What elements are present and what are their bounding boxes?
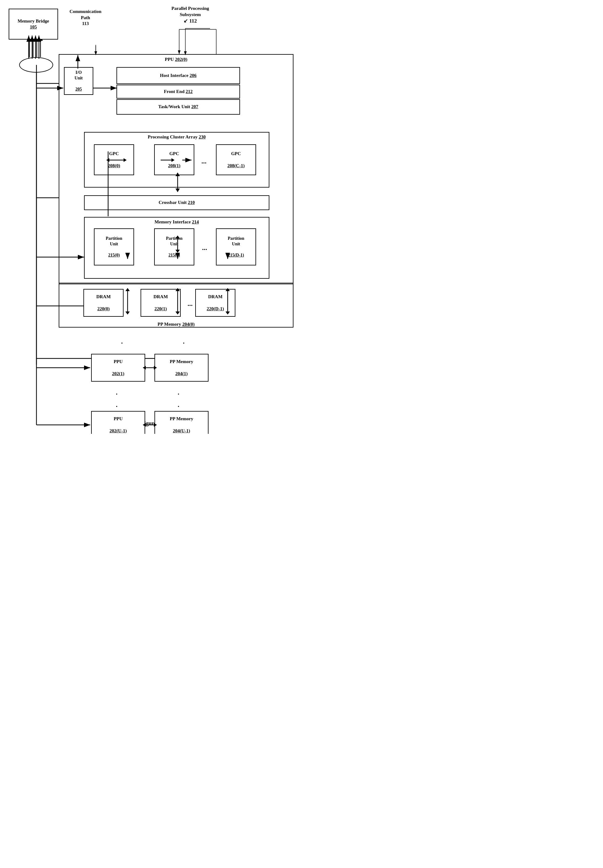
memory-bridge-box: Memory Bridge 105 — [9, 9, 58, 40]
svg-marker-79 — [125, 288, 130, 291]
partition-unit-1-box: PartitionUnit 215(1) — [154, 228, 194, 265]
ppu-u-box: PPU 202(U-1) — [91, 411, 145, 434]
ppu-1-box: PPU 202(1) — [91, 354, 145, 382]
processing-cluster-array-box: Processing Cluster Array 230 GPC 208(0) … — [84, 132, 269, 187]
diagram: Memory Bridge 105 CommunicationPath 113 … — [0, 0, 302, 417]
io-unit-box: I/OUnit 205 — [64, 67, 93, 95]
partition-dots: ··· — [202, 245, 207, 254]
dram-0-box: DRAM 220(0) — [83, 289, 124, 317]
crossbar-unit-box: Crossbar Unit 210 — [84, 195, 269, 210]
parallel-subsystem-label: Parallel ProcessingSubsystem ↙ 112 — [172, 6, 209, 25]
host-interface-box: Host Interface 206 — [116, 67, 240, 84]
dram-d-box: DRAM 220(D-1) — [195, 289, 235, 317]
gpc-c-box: GPC 208(C-1) — [216, 144, 256, 175]
partition-unit-d-box: PartitionUnit 215(D-1) — [216, 228, 256, 265]
gpc-dots: ··· — [201, 159, 207, 167]
svg-marker-78 — [125, 311, 130, 314]
gpc-0-box: GPC 208(0) — [94, 144, 134, 175]
dram-dots: ··· — [187, 301, 193, 309]
front-end-box: Front End 212 — [116, 85, 240, 99]
figure-caption: Figure 2 — [0, 420, 302, 427]
dram-1-box: DRAM 220(1) — [141, 289, 181, 317]
ppu-0-container: PPU 202(0) I/OUnit 205 Host Interface 20… — [59, 54, 294, 284]
memory-interface-box: Memory Interface 214 PartitionUnit 215(0… — [84, 217, 269, 279]
gpc-1-box: GPC 208(1) — [154, 144, 194, 175]
pp-memory-1-box: PP Memory 204(1) — [155, 354, 209, 382]
bus-ellipse — [19, 57, 53, 73]
memory-bridge-label: Memory Bridge — [18, 18, 49, 25]
pp-memory-0-label: PP Memory 204(0) — [59, 321, 294, 328]
pp-memory-u-box: PP Memory 204(U-1) — [155, 411, 209, 434]
partition-unit-0-box: PartitionUnit 215(0) — [94, 228, 134, 265]
memory-bridge-number: 105 — [30, 24, 37, 30]
ppu-0-label: PPU 202(0) — [59, 57, 293, 63]
comm-path-label: CommunicationPath 113 — [70, 9, 101, 27]
mem-interface-label: Memory Interface 214 — [85, 219, 269, 225]
task-work-unit-box: Task/Work Unit 207 — [116, 99, 240, 114]
pca-label: Processing Cluster Array 230 — [85, 134, 269, 140]
